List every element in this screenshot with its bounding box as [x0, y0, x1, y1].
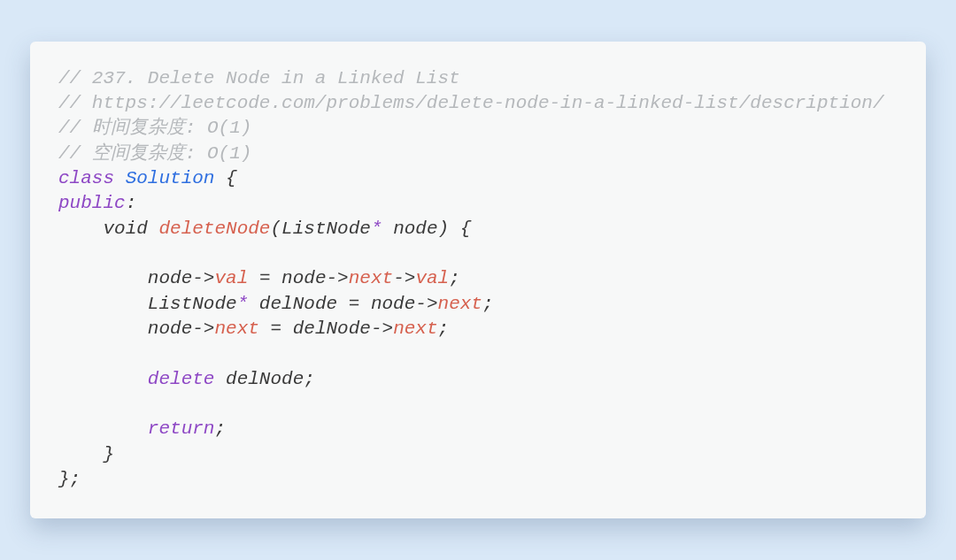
arrow: -> [192, 268, 214, 288]
indent [58, 444, 103, 464]
eq: = [248, 268, 281, 288]
brace-close: } [103, 444, 114, 464]
comment-line: // https://leetcode.com/problems/delete-… [58, 93, 884, 113]
var: delNode [226, 369, 304, 389]
code-card: // 237. Delete Node in a Linked List // … [30, 42, 926, 519]
member: next [214, 318, 258, 339]
brace-close-outer: }; [58, 469, 81, 489]
keyword-return: return [148, 418, 215, 439]
eq: = [259, 318, 293, 339]
decl: delNode = [248, 294, 371, 314]
paren-close: ) { [438, 219, 472, 239]
var: node [281, 268, 326, 288]
member: next [349, 268, 393, 288]
semi: ; [214, 418, 226, 439]
indent [58, 219, 103, 239]
comment-line: // 时间复杂度: O(1) [58, 118, 251, 138]
semi: ; [449, 268, 460, 288]
type: ListNode [148, 294, 237, 314]
arrow: -> [415, 294, 437, 314]
param-type: ListNode [281, 219, 371, 239]
indent [58, 418, 148, 439]
indent [58, 294, 148, 314]
indent [58, 318, 148, 339]
keyword-class: class [58, 168, 114, 188]
space [214, 369, 226, 389]
brace: { [214, 168, 236, 188]
indent [58, 268, 148, 288]
colon: : [126, 193, 137, 213]
comment-line: // 237. Delete Node in a Linked List [58, 68, 460, 88]
code-block: // 237. Delete Node in a Linked List // … [58, 66, 898, 493]
arrow: -> [327, 268, 349, 288]
semi: ; [482, 294, 494, 314]
semi: ; [304, 369, 315, 389]
semi: ; [438, 318, 450, 339]
param-name: node [382, 219, 438, 239]
star: * [237, 294, 249, 314]
member: val [214, 268, 248, 288]
arrow: -> [192, 318, 214, 339]
keyword-delete: delete [148, 369, 215, 389]
var: node [148, 318, 192, 339]
member: val [415, 268, 449, 288]
return-type: void [103, 219, 147, 239]
keyword-public: public [58, 193, 126, 213]
function-name: deleteNode [158, 219, 270, 239]
var: delNode [293, 318, 371, 339]
indent [58, 369, 148, 389]
member: next [393, 318, 437, 339]
paren: ( [270, 219, 281, 239]
class-name: Solution [126, 168, 215, 188]
arrow: -> [393, 268, 415, 288]
star: * [371, 219, 382, 239]
var: node [148, 268, 192, 288]
comment-line: // 空间复杂度: O(1) [58, 143, 251, 164]
member: next [438, 294, 482, 314]
var: node [371, 294, 415, 314]
arrow: -> [371, 318, 393, 339]
